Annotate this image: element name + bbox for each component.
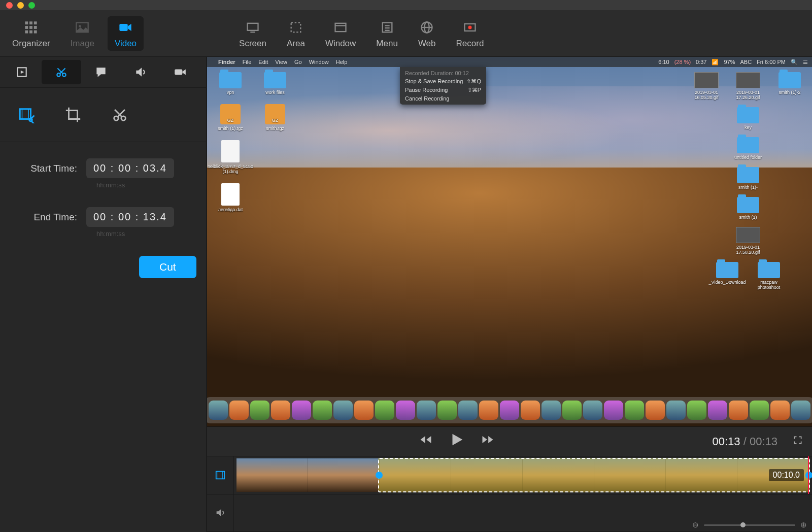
organizer-tab[interactable]: Organizer xyxy=(5,16,57,51)
svg-rect-13 xyxy=(250,31,255,32)
window-icon xyxy=(333,19,348,36)
video-tab[interactable]: Video xyxy=(108,16,144,51)
svg-rect-5 xyxy=(34,26,37,29)
video-track[interactable]: 00:10.0 xyxy=(233,456,812,494)
fullscreen-button[interactable] xyxy=(793,435,803,448)
grid-icon xyxy=(24,19,38,36)
image-label: Image xyxy=(71,39,94,49)
cut-frames-tool[interactable] xyxy=(10,101,43,128)
screen-label: Screen xyxy=(239,39,266,49)
playhead[interactable] xyxy=(808,456,809,494)
web-label: Web xyxy=(418,39,436,49)
forward-button[interactable] xyxy=(481,433,495,450)
timecode: 00:13 / 00:13 xyxy=(713,435,777,448)
svg-rect-3 xyxy=(25,26,28,29)
desktop-menubar: Finder File Edit View Go Window Help 6:1… xyxy=(207,57,812,67)
audio-track[interactable]: ⊖ ⊕ xyxy=(233,494,812,533)
image-tab[interactable]: Image xyxy=(63,16,101,51)
cut-button[interactable]: Cut xyxy=(139,256,196,278)
start-time-label: Start Time: xyxy=(10,163,77,174)
image-icon xyxy=(75,19,89,36)
callout-tool[interactable] xyxy=(81,60,121,84)
svg-rect-2 xyxy=(34,21,37,24)
end-time-input[interactable]: 00 : 00 : 13.4 xyxy=(86,207,174,227)
svg-rect-42 xyxy=(216,471,224,479)
svg-rect-1 xyxy=(29,21,32,24)
titlebar xyxy=(0,0,812,10)
end-time-label: End Time: xyxy=(10,212,77,223)
svg-rect-31 xyxy=(175,70,182,75)
audio-tool[interactable] xyxy=(121,60,160,84)
video-track-head[interactable] xyxy=(207,456,233,494)
dropdown-header: Recorded Duration: 00:12 xyxy=(400,69,486,77)
trim-tool[interactable] xyxy=(42,60,81,84)
zoom-in-icon[interactable]: ⊕ xyxy=(800,520,807,529)
record-label: Record xyxy=(456,39,484,49)
svg-rect-8 xyxy=(34,30,37,33)
area-mode[interactable]: Area xyxy=(280,16,312,51)
scissors-tool[interactable] xyxy=(104,101,136,128)
crop-tool[interactable] xyxy=(57,101,89,128)
svg-rect-6 xyxy=(25,30,28,33)
start-time-hint: hh:mm:ss xyxy=(96,181,196,189)
edit-tool-row xyxy=(0,88,206,142)
menu-mode[interactable]: Menu xyxy=(369,16,405,51)
video-icon xyxy=(118,19,132,36)
globe-icon xyxy=(420,19,434,36)
play-button[interactable] xyxy=(448,431,465,452)
timeline: 00:10.0 ⊖ ⊕ xyxy=(207,456,812,532)
dock xyxy=(207,397,812,423)
side-tool-row xyxy=(0,57,206,88)
clips-tool[interactable] xyxy=(2,60,42,84)
timeline-selection[interactable]: 00:10.0 xyxy=(378,458,810,492)
svg-rect-14 xyxy=(291,22,301,32)
window-mode[interactable]: Window xyxy=(318,16,363,51)
record-mode[interactable]: Record xyxy=(449,16,491,51)
web-mode[interactable]: Web xyxy=(411,16,443,51)
screen-mode[interactable]: Screen xyxy=(232,16,274,51)
record-icon xyxy=(463,19,477,36)
organizer-label: Organizer xyxy=(12,39,50,49)
dropdown-item: Pause Recording⇧⌘P xyxy=(400,86,486,94)
camera-tool[interactable] xyxy=(160,60,200,84)
audio-track-head[interactable] xyxy=(207,494,233,533)
main-toolbar: Organizer Image Video Screen Area Window xyxy=(0,10,812,57)
svg-rect-7 xyxy=(29,30,32,33)
left-desktop-icons: vpn work files GZsmith (1).tgz GZsmith.t… xyxy=(213,72,292,212)
svg-line-37 xyxy=(31,121,35,123)
maximize-button[interactable] xyxy=(28,2,35,9)
zoom-slider[interactable]: ⊖ ⊕ xyxy=(692,520,807,529)
area-icon xyxy=(289,19,303,36)
svg-line-36 xyxy=(31,115,35,118)
menubar-app: Finder xyxy=(218,59,235,65)
svg-rect-0 xyxy=(25,21,28,24)
start-time-input[interactable]: 00 : 00 : 03.4 xyxy=(86,158,174,178)
video-label: Video xyxy=(115,39,137,49)
dropdown-item: Stop & Save Recording⇧⌘Q xyxy=(400,77,486,86)
svg-rect-4 xyxy=(29,26,32,29)
selection-time-label: 00:10.0 xyxy=(769,469,804,481)
right-desktop-icons: 2019-03-01 16.05.30.gif 2019-03-01 17.26… xyxy=(689,72,807,290)
selection-start-handle[interactable] xyxy=(376,472,383,479)
end-time-hint: hh:mm:ss xyxy=(96,230,196,238)
zoom-out-icon[interactable]: ⊖ xyxy=(692,520,699,529)
close-button[interactable] xyxy=(6,2,13,9)
dropdown-item: Cancel Recording xyxy=(400,94,486,103)
preview-area: Finder File Edit View Go Window Help 6:1… xyxy=(207,57,812,532)
screen-icon xyxy=(246,19,260,36)
editor-sidebar: Start Time: 00 : 00 : 03.4 hh:mm:ss End … xyxy=(0,57,207,532)
svg-rect-11 xyxy=(120,24,128,31)
minimize-button[interactable] xyxy=(17,2,24,9)
time-panel: Start Time: 00 : 00 : 03.4 hh:mm:ss End … xyxy=(0,142,206,294)
svg-rect-32 xyxy=(20,109,30,119)
menu-label: Menu xyxy=(376,39,398,49)
recording-dropdown: Recorded Duration: 00:12 Stop & Save Rec… xyxy=(400,67,486,105)
rewind-button[interactable] xyxy=(419,433,433,450)
svg-point-25 xyxy=(468,25,471,29)
window-label: Window xyxy=(325,39,356,49)
svg-rect-12 xyxy=(248,23,258,30)
svg-point-10 xyxy=(79,25,81,27)
area-label: Area xyxy=(287,39,305,49)
video-preview[interactable]: Finder File Edit View Go Window Help 6:1… xyxy=(207,57,812,426)
svg-rect-15 xyxy=(335,23,346,31)
